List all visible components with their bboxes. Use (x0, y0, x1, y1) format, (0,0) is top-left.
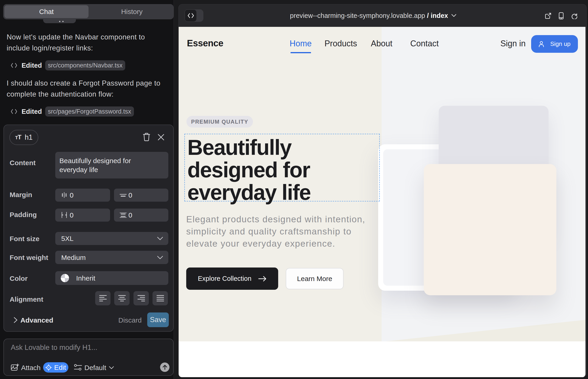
svg-text:T: T (18, 134, 22, 141)
